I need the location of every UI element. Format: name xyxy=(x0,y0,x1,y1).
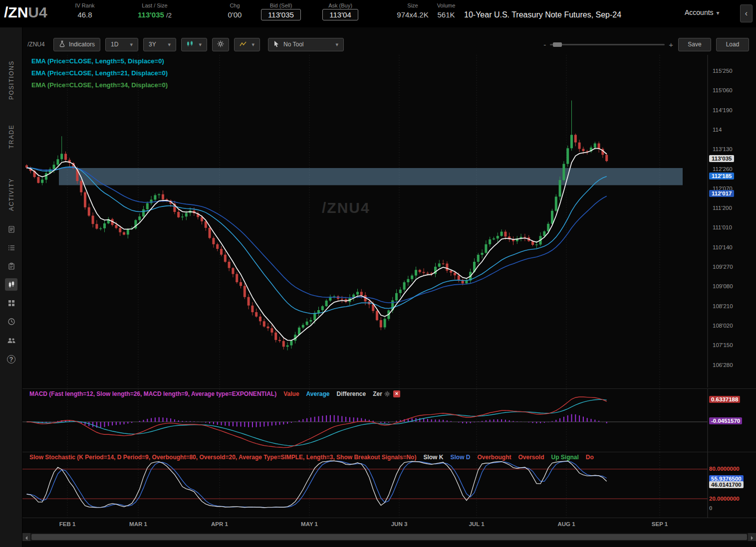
sidebar-tab-trade[interactable]: TRADE xyxy=(0,110,22,149)
chevron-down-icon: ▾ xyxy=(168,41,171,48)
range-dropdown[interactable]: 3Y▾ xyxy=(143,38,176,51)
time-axis-label: AUG 1 xyxy=(551,521,581,527)
chart-gadget: /ZNU4 Indicators 1D▾ 3Y▾ ▾ ▾ No Tool ▾ xyxy=(22,27,756,547)
stochastic-chart-canvas[interactable] xyxy=(22,452,756,518)
ema21-value-badge: 112'185 xyxy=(709,173,734,180)
stoch-legend-downsignal: Do xyxy=(586,454,594,461)
price-chart-panel: /ZNU4 EMA (Price=CLOSE, Length=5, Displa… xyxy=(22,55,756,388)
macd-remove-icon[interactable]: × xyxy=(393,390,400,397)
contract-title: 10-Year U.S. Treasury Note Futures, Sep-… xyxy=(464,10,621,19)
price-tick: 111'200 xyxy=(713,205,732,211)
bid-field: Bid (Sell) 113'035 xyxy=(254,2,307,20)
price-tick: 111'010 xyxy=(713,224,732,230)
stoch-legend-oversold: Oversold xyxy=(518,454,544,461)
stoch-oversold-level: 20.0000000 xyxy=(709,496,740,502)
time-axis-label: FEB 1 xyxy=(52,521,82,527)
stoch-legend-slowk: Slow K xyxy=(423,454,443,461)
save-button[interactable]: Save xyxy=(678,38,711,51)
sidebar-tab-positions[interactable]: POSITIONS xyxy=(0,42,22,100)
collapse-panel-button[interactable]: ‹ xyxy=(740,4,753,22)
chart-watermark: /ZNU4 xyxy=(322,199,370,216)
last-size-field: Last / Size 113'035 /2 xyxy=(120,2,190,19)
left-sidebar: POSITIONS TRADE ACTIVITY ? xyxy=(0,27,22,547)
load-button[interactable]: Load xyxy=(716,38,749,51)
time-axis-label: JUL 1 xyxy=(462,521,492,527)
chart-settings-button[interactable] xyxy=(212,38,229,51)
scrollbar-thumb[interactable] xyxy=(31,534,747,540)
watchlist-icon[interactable] xyxy=(5,241,17,254)
stochastic-title: Slow Stochastic (K Period=14, D Period=9… xyxy=(29,454,416,461)
orders-icon[interactable] xyxy=(5,260,17,272)
share-people-icon[interactable] xyxy=(5,334,17,347)
symbol-month: U4 xyxy=(28,4,47,20)
size-label: Size xyxy=(393,2,432,8)
volume-label: Volume xyxy=(431,2,461,8)
iv-rank-value: 46.8 xyxy=(65,10,105,19)
price-tick: 115'060 xyxy=(713,87,733,93)
cursor-icon xyxy=(273,40,279,49)
chg-label: Chg xyxy=(219,2,251,8)
bid-button[interactable]: 113'035 xyxy=(261,9,301,20)
ask-button[interactable]: 113'04 xyxy=(322,9,358,20)
macd-chart-canvas[interactable] xyxy=(22,389,756,452)
price-tick: 110'140 xyxy=(713,244,733,250)
ema34-label[interactable]: EMA (Price=CLOSE, Length=34, Displace=0) xyxy=(31,81,168,89)
chevron-down-icon: ▾ xyxy=(199,41,202,48)
time-axis-label: MAY 1 xyxy=(294,521,324,527)
stoch-legend-slowd: Slow D xyxy=(450,454,470,461)
time-axis-label: MAR 1 xyxy=(123,521,153,527)
ema21-label[interactable]: EMA (Price=CLOSE, Length=21, Displace=0) xyxy=(31,69,168,77)
chart-type-dropdown[interactable]: ▾ xyxy=(181,38,207,51)
zoom-in-button[interactable]: + xyxy=(669,40,673,49)
ema5-label[interactable]: EMA (Price=CLOSE, Length=5, Displace=0) xyxy=(31,57,168,65)
zoom-control: - + xyxy=(543,40,673,49)
price-tick: 113'130 xyxy=(713,146,733,152)
drawing-tool-dropdown[interactable]: No Tool ▾ xyxy=(268,38,344,51)
timeframe-dropdown[interactable]: 1D▾ xyxy=(105,38,138,51)
indicators-button[interactable]: Indicators xyxy=(53,38,100,51)
price-tick: 109'080 xyxy=(713,283,733,289)
horizontal-scrollbar[interactable] xyxy=(22,533,756,541)
history-icon[interactable] xyxy=(5,315,17,328)
zoom-slider-thumb[interactable] xyxy=(553,42,562,47)
stochastic-panel: Slow Stochastic (K Period=14, D Period=9… xyxy=(22,452,756,518)
stoch-legend-overbought: Overbought xyxy=(477,454,511,461)
macd-legend-zero: Zer xyxy=(373,390,382,397)
price-tick: 115'250 xyxy=(713,68,733,74)
price-tick: 107'150 xyxy=(713,342,733,348)
time-axis-label: JUN 3 xyxy=(384,521,414,527)
candlestick-chart-canvas[interactable] xyxy=(22,55,756,388)
zoom-out-button[interactable]: - xyxy=(543,40,546,49)
gear-icon xyxy=(217,40,224,49)
macd-panel: MACD (Fast length=12, Slow length=26, MA… xyxy=(22,388,756,452)
macd-settings-icon[interactable] xyxy=(384,391,390,397)
sidebar-tab-activity[interactable]: ACTIVITY xyxy=(0,156,22,211)
notes-icon[interactable] xyxy=(5,223,17,235)
scroll-left-button[interactable] xyxy=(22,533,30,541)
price-axis[interactable]: 115'250115'060114'190114113'130112'26011… xyxy=(711,55,755,388)
last-price: 113'035 xyxy=(138,10,164,19)
price-tick: 108'210 xyxy=(713,303,733,309)
ask-field: Ask (Buy) 113'04 xyxy=(310,2,370,20)
scroll-right-button[interactable] xyxy=(748,533,756,541)
trading-platform: /ZNU4 IV Rank 46.8 Last / Size 113'035 /… xyxy=(0,0,756,547)
chart-toolbar: /ZNU4 Indicators 1D▾ 3Y▾ ▾ ▾ No Tool ▾ xyxy=(22,35,756,53)
chart-icon[interactable] xyxy=(5,278,17,291)
chevron-down-icon: ▾ xyxy=(130,41,133,48)
accounts-dropdown[interactable]: Accounts▾ xyxy=(685,8,720,16)
stoch-overbought-level: 80.0000000 xyxy=(709,466,740,472)
chart-symbol-label[interactable]: /ZNU4 xyxy=(27,41,48,48)
help-icon[interactable]: ? xyxy=(5,353,17,365)
ask-label: Ask (Buy) xyxy=(310,2,370,8)
price-tick: 114 xyxy=(713,127,722,133)
patterns-icon xyxy=(240,41,247,48)
patterns-dropdown[interactable]: ▾ xyxy=(234,38,260,51)
time-axis-label: SEP 1 xyxy=(645,521,675,527)
time-axis[interactable]: FEB 1MAR 1APR 1MAY 1JUN 3JUL 1AUG 1SEP 1 xyxy=(22,518,756,531)
price-tick: 109'270 xyxy=(713,264,733,270)
volume-value: 561K xyxy=(431,10,461,19)
chg-field: Chg 0'00 xyxy=(219,2,251,19)
grid-icon[interactable] xyxy=(5,297,17,309)
chg-value: 0'00 xyxy=(219,10,251,19)
zoom-slider-track[interactable] xyxy=(550,44,665,45)
